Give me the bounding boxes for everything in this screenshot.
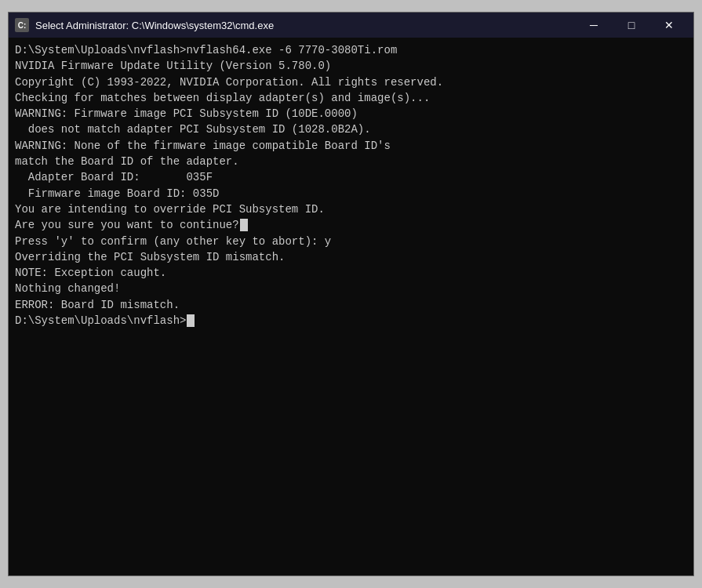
terminal-line: NOTE: Exception caught.: [15, 265, 687, 281]
terminal-line: Nothing changed!: [15, 281, 687, 296]
terminal-line: match the Board ID of the adapter.: [15, 154, 687, 169]
titlebar-buttons: ─ □ ✕: [576, 13, 687, 38]
terminal-cursor-inline: [240, 219, 248, 231]
cmd-window: C: Select Administrator: C:\Windows\syst…: [8, 12, 694, 576]
terminal-line: ERROR: Board ID mismatch.: [15, 297, 687, 313]
close-button[interactable]: ✕: [651, 13, 687, 38]
titlebar: C: Select Administrator: C:\Windows\syst…: [9, 13, 693, 38]
minimize-button[interactable]: ─: [576, 13, 612, 38]
terminal-line: You are intending to override PCI Subsys…: [15, 201, 687, 217]
terminal-line: Are you sure you want to continue?: [15, 217, 687, 233]
terminal-line: Press 'y' to confirm (any other key to a…: [15, 234, 687, 249]
terminal-line: NVIDIA Firmware Update Utility (Version …: [15, 58, 687, 74]
terminal-line: D:\System\Uploads\nvflash>: [15, 313, 687, 328]
terminal-cursor: [187, 314, 195, 327]
terminal-line: WARNING: None of the firmware image comp…: [15, 138, 687, 154]
terminal-content: D:\System\Uploads\nvflash>nvflash64.exe …: [15, 42, 687, 328]
terminal-line: Firmware image Board ID: 035D: [15, 186, 687, 201]
terminal-line: WARNING: Firmware image PCI Subsystem ID…: [15, 106, 687, 122]
maximize-button[interactable]: □: [613, 13, 649, 38]
terminal-line: does not match adapter PCI Subsystem ID …: [15, 122, 687, 137]
window-icon: C:: [15, 18, 29, 32]
terminal-line: Copyright (C) 1993-2022, NVIDIA Corporat…: [15, 74, 687, 90]
terminal-line: Adapter Board ID: 035F: [15, 169, 687, 185]
window-title: Select Administrator: C:\Windows\system3…: [35, 20, 576, 31]
terminal-line: Overriding the PCI Subsystem ID mismatch…: [15, 249, 687, 265]
terminal-body: D:\System\Uploads\nvflash>nvflash64.exe …: [9, 38, 693, 575]
terminal-line: D:\System\Uploads\nvflash>nvflash64.exe …: [15, 42, 687, 58]
terminal-line: Checking for matches between display ada…: [15, 90, 687, 106]
